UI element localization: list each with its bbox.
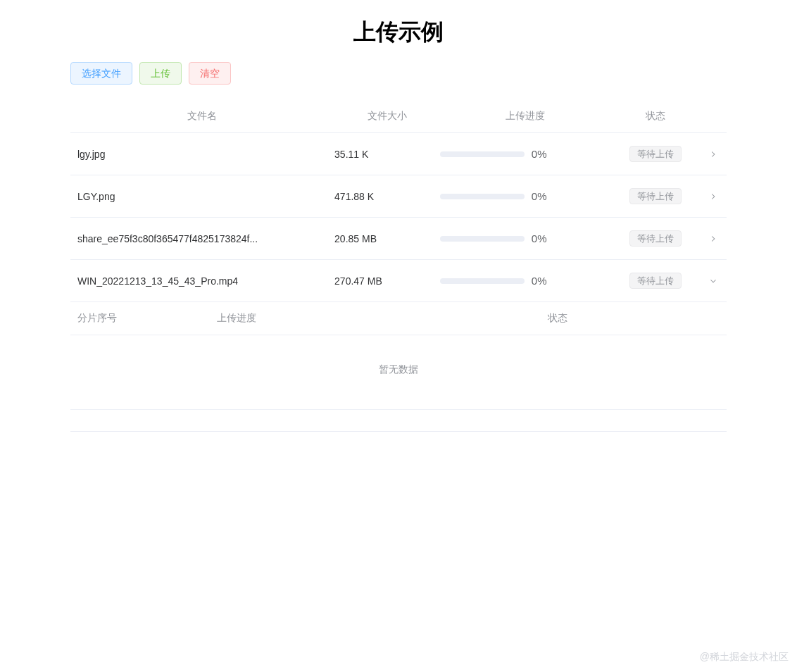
header-expand [701,110,727,123]
cell-progress: 0% [440,232,611,244]
cell-filesize: 20.85 MB [334,233,440,244]
header-filesize: 文件大小 [334,110,440,123]
chevron-right-icon [708,149,718,159]
table-row: LGY.png 471.88 K 0% 等待上传 [70,175,727,217]
upload-button[interactable]: 上传 [139,62,182,85]
progress-percent: 0% [532,275,547,287]
status-badge: 等待上传 [629,230,682,247]
table-row: WIN_20221213_13_45_43_Pro.mp4 270.47 MB … [70,259,727,301]
header-status: 状态 [611,110,700,123]
table-row: lgy.jpg 35.11 K 0% 等待上传 [70,132,727,175]
progress-percent: 0% [532,232,547,244]
file-table: 文件名 文件大小 上传进度 状态 lgy.jpg 35.11 K 0% 等待上传 [70,100,727,432]
cell-filename: share_ee75f3c80f365477f4825173824f... [70,233,334,244]
chevron-right-icon [708,192,718,201]
progress-bar [440,278,525,284]
cell-filename: LGY.png [70,191,334,202]
table-header: 文件名 文件大小 上传进度 状态 [70,100,727,132]
cell-status: 等待上传 [611,188,700,204]
status-badge: 等待上传 [629,146,682,162]
sub-table-bottom-border [70,404,727,410]
chunk-sub-table: 分片序号 上传进度 状态 暂无数据 [70,301,727,417]
cell-status: 等待上传 [611,230,700,247]
table-row: share_ee75f3c80f365477f4825173824f... 20… [70,217,727,259]
expand-toggle[interactable] [701,149,727,159]
chevron-down-icon [708,276,718,286]
expand-toggle[interactable] [701,234,727,244]
cell-filename: lgy.jpg [70,149,334,160]
select-file-button[interactable]: 选择文件 [70,62,132,85]
cell-progress: 0% [440,190,611,202]
cell-filesize: 270.47 MB [334,275,440,287]
watermark: @稀土掘金技术社区 [700,651,789,664]
table-body: lgy.jpg 35.11 K 0% 等待上传 LGY.png 471.88 K [70,132,727,417]
cell-status: 等待上传 [611,273,700,289]
cell-filesize: 471.88 K [334,191,440,202]
expand-toggle[interactable] [701,192,727,201]
cell-filename: WIN_20221213_13_45_43_Pro.mp4 [70,275,334,287]
progress-bar [440,194,525,199]
status-badge: 等待上传 [629,188,682,204]
sub-header-chunk-index: 分片序号 [70,312,217,325]
expand-toggle[interactable] [701,276,727,286]
sub-table-header: 分片序号 上传进度 状态 [70,302,727,335]
progress-bar [440,151,525,157]
sub-header-status: 状态 [548,312,727,325]
chevron-right-icon [708,234,718,244]
header-filename: 文件名 [70,110,334,123]
progress-bar [440,236,525,242]
clear-button[interactable]: 清空 [189,62,231,85]
button-row: 选择文件 上传 清空 [70,62,727,85]
cell-progress: 0% [440,148,611,160]
table-bottom-border [70,431,727,432]
status-badge: 等待上传 [629,273,682,289]
cell-progress: 0% [440,275,611,287]
progress-percent: 0% [532,148,547,160]
cell-status: 等待上传 [611,146,700,162]
progress-percent: 0% [532,190,547,202]
sub-header-progress: 上传进度 [217,312,548,325]
header-progress: 上传进度 [440,110,612,123]
sub-table-empty: 暂无数据 [70,335,727,404]
upload-container: 选择文件 上传 清空 文件名 文件大小 上传进度 状态 lgy.jpg 35.1… [0,62,797,432]
cell-filesize: 35.11 K [334,149,440,160]
page-title: 上传示例 [0,0,797,62]
